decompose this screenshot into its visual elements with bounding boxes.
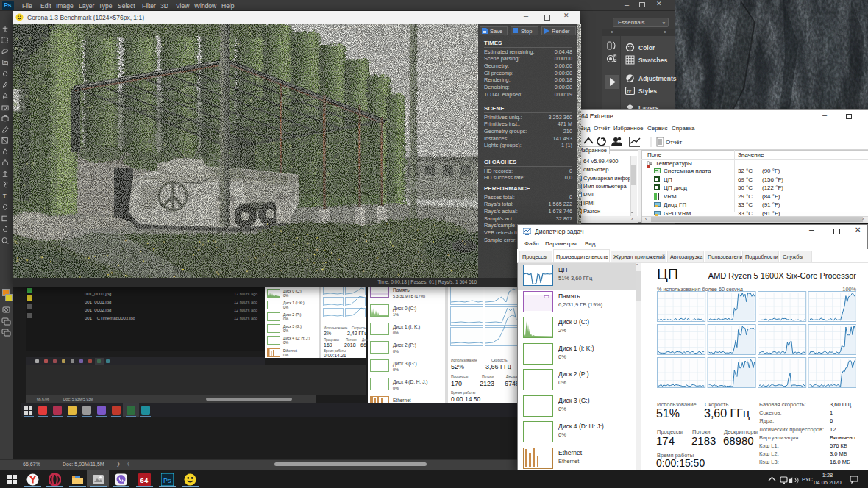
svg-text:Ps: Ps (163, 477, 171, 484)
svg-text:64: 64 (140, 476, 149, 484)
